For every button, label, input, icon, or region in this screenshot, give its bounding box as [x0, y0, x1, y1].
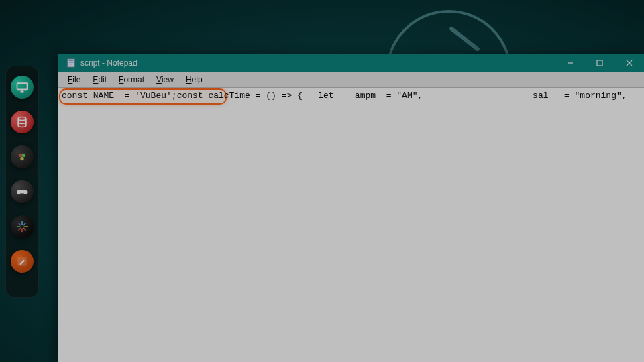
maximize-button[interactable]: [585, 54, 614, 72]
notepad-window: script - Notepad File Edit Format View H…: [58, 54, 644, 362]
menu-view[interactable]: View: [150, 74, 180, 86]
menu-file[interactable]: File: [62, 74, 87, 86]
menu-help[interactable]: Help: [180, 74, 209, 86]
titlebar[interactable]: script - Notepad: [58, 54, 644, 72]
svg-rect-0: [17, 83, 28, 89]
gamepad-icon[interactable]: [11, 180, 34, 203]
menu-bar: File Edit Format View Help: [58, 72, 644, 88]
svg-rect-6: [68, 59, 74, 67]
code-highlighted-segment: const NAME = 'VuBeu': [62, 90, 172, 101]
window-title: script - Notepad: [80, 58, 138, 68]
code-rest-segment: ;const calcTime = () => { let ampm = "AM…: [172, 90, 627, 101]
svg-point-2: [19, 154, 22, 157]
monitor-icon[interactable]: [11, 76, 34, 99]
film-icon[interactable]: [11, 145, 34, 168]
svg-point-4: [20, 157, 23, 160]
database-icon[interactable]: [11, 111, 34, 133]
code-content: const NAME = 'VuBeu';const calcTime = ()…: [62, 90, 640, 101]
notepad-app-icon: [67, 58, 75, 68]
pen-square-icon[interactable]: [11, 250, 34, 273]
spark-icon[interactable]: [11, 215, 34, 238]
svg-rect-7: [597, 60, 602, 66]
menu-format[interactable]: Format: [113, 74, 150, 86]
menu-edit[interactable]: Edit: [87, 74, 113, 86]
minimize-button[interactable]: [555, 54, 585, 72]
close-button[interactable]: [614, 54, 644, 72]
svg-point-3: [22, 154, 25, 157]
svg-point-1: [18, 117, 26, 121]
editor-area[interactable]: const NAME = 'VuBeu';const calcTime = ()…: [58, 88, 644, 362]
dock: [5, 66, 39, 298]
